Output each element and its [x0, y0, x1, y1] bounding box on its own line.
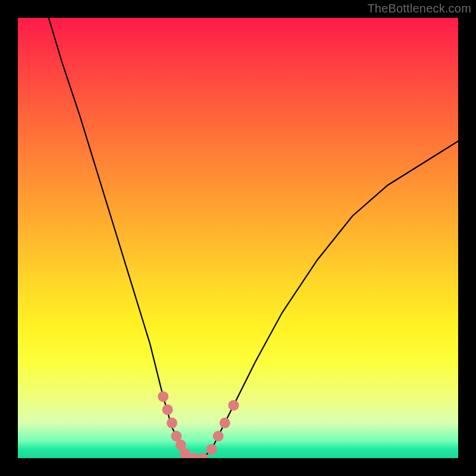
- plot-area: [18, 18, 458, 458]
- dip-marker: [162, 405, 173, 415]
- bottleneck-curve: [18, 18, 458, 458]
- dip-marker: [158, 391, 168, 402]
- dip-marker: [213, 431, 224, 441]
- dip-marker: [167, 418, 177, 428]
- dip-marker: [206, 444, 217, 455]
- dip-markers: [158, 391, 239, 458]
- curve-path: [49, 18, 458, 458]
- dip-marker: [220, 418, 230, 428]
- dip-marker: [228, 400, 239, 411]
- watermark-text: TheBottleneck.com: [367, 2, 471, 15]
